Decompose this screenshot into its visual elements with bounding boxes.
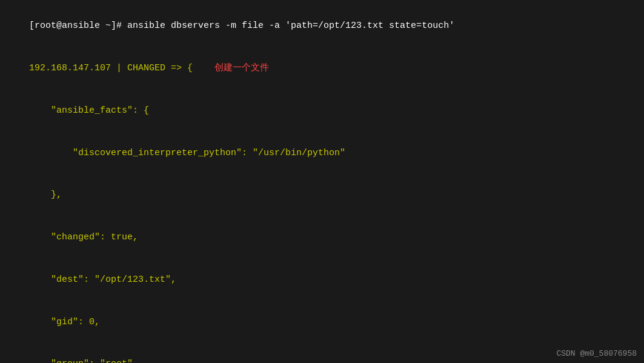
json-line-5: "dest": "/opt/123.txt", bbox=[7, 259, 637, 301]
watermark: CSDN @m0_58076958 bbox=[556, 349, 637, 358]
json-line-6: "gid": 0, bbox=[7, 301, 637, 343]
terminal: [root@ansible ~]# ansible dbservers -m f… bbox=[0, 0, 644, 363]
command-text-1: ansible dbservers -m file -a 'path=/opt/… bbox=[127, 21, 454, 31]
ip-address-1: 192.168.147.107 bbox=[29, 63, 111, 73]
changed-badge-1: CHANGED bbox=[127, 63, 165, 73]
command-line-1: [root@ansible ~]# ansible dbservers -m f… bbox=[7, 5, 637, 47]
brace-1: => { bbox=[165, 63, 193, 73]
chinese-comment: 创建一个文件 bbox=[193, 63, 269, 73]
prompt-1: [root@ansible ~]# bbox=[29, 21, 127, 31]
result-line-1: 192.168.147.107 | CHANGED => { 创建一个文件 bbox=[7, 47, 637, 90]
json-line-3: }, bbox=[7, 174, 637, 216]
json-line-7: "group": "root", bbox=[7, 343, 637, 363]
json-line-4: "changed": true, bbox=[7, 216, 637, 259]
json-line-1: "ansible_facts": { bbox=[7, 90, 637, 132]
json-line-2: "discovered_interpreter_python": "/usr/b… bbox=[7, 132, 637, 174]
separator-1: | bbox=[111, 63, 127, 73]
